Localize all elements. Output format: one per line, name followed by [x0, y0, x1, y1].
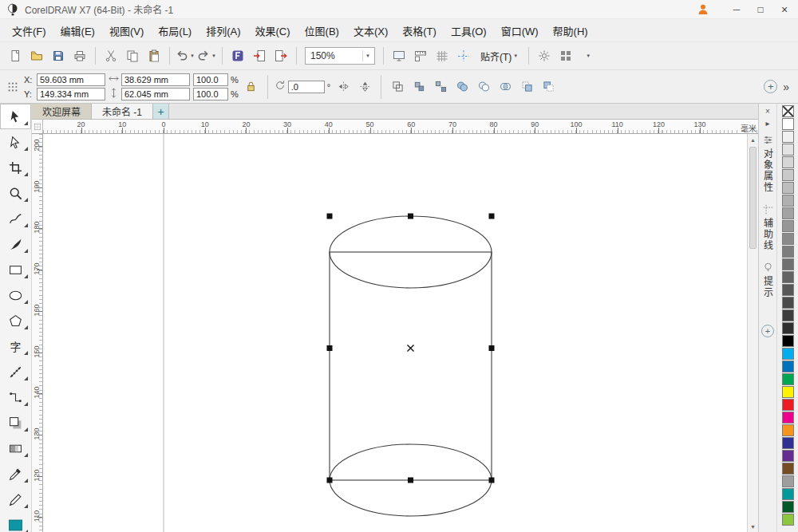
menu-table[interactable]: 表格(T): [395, 20, 444, 41]
undo-button[interactable]: ▼: [175, 45, 196, 66]
menu-layout[interactable]: 布局(L): [151, 20, 199, 41]
menu-view[interactable]: 视图(V): [102, 20, 151, 41]
scale-x-input[interactable]: [193, 73, 228, 86]
show-grid-button[interactable]: [432, 45, 452, 66]
export-button[interactable]: [271, 45, 291, 66]
scroll-down-button[interactable]: ▼: [748, 521, 758, 532]
palette-color-swatch[interactable]: [782, 475, 794, 487]
vertical-ruler[interactable]: 200190180170160150140130120110: [32, 134, 43, 532]
selection-handle[interactable]: [408, 214, 413, 219]
collapse-docker-button[interactable]: ▸: [760, 117, 775, 129]
chevron-down-icon[interactable]: ▼: [362, 50, 373, 61]
trim-button[interactable]: [474, 77, 493, 97]
tool-parallel-dimension[interactable]: [0, 359, 31, 384]
cylinder-object[interactable]: [330, 216, 492, 516]
chevron-down-icon[interactable]: ▼: [190, 53, 195, 58]
palette-color-swatch[interactable]: [782, 144, 794, 156]
intersect-button[interactable]: [496, 77, 515, 97]
minimize-button[interactable]: ─: [725, 1, 749, 18]
menu-arrange[interactable]: 排列(A): [199, 20, 247, 41]
selection-handle[interactable]: [327, 345, 333, 351]
palette-color-swatch[interactable]: [782, 437, 794, 449]
scrollbar-thumb[interactable]: [749, 147, 757, 249]
chevron-down-icon[interactable]: ▼: [211, 53, 216, 58]
selection-center-mark[interactable]: [408, 345, 414, 352]
palette-no-color-swatch[interactable]: [782, 105, 794, 117]
y-position-input[interactable]: [37, 88, 105, 100]
group-objects-button[interactable]: [409, 77, 429, 97]
user-account-button[interactable]: [693, 1, 713, 18]
show-rulers-button[interactable]: [410, 45, 431, 66]
selection-handle[interactable]: [327, 478, 333, 483]
maximize-button[interactable]: □: [749, 1, 772, 18]
palette-color-swatch[interactable]: [782, 450, 794, 462]
show-guidelines-button[interactable]: [453, 45, 474, 66]
toolbar-overflow-button[interactable]: ▼: [577, 45, 598, 66]
cylinder-body-rect[interactable]: [330, 252, 492, 480]
weld-button[interactable]: [452, 77, 472, 97]
import-button[interactable]: [249, 45, 270, 66]
selection-handle[interactable]: [489, 478, 495, 483]
fullscreen-preview-button[interactable]: [389, 45, 409, 66]
scale-y-input[interactable]: [193, 88, 228, 100]
quick-customize-button[interactable]: +: [764, 80, 777, 93]
palette-color-swatch[interactable]: [782, 463, 794, 475]
palette-color-swatch[interactable]: [782, 297, 794, 309]
tool-ellipse[interactable]: [0, 282, 31, 308]
docker-tab-guidelines[interactable]: 辅助线: [761, 199, 775, 257]
menu-file[interactable]: 文件(F): [5, 20, 53, 41]
quick-customize-docker-button[interactable]: +: [761, 325, 774, 337]
tool-rectangle[interactable]: [0, 257, 31, 282]
property-bar-overflow-button[interactable]: »: [780, 81, 792, 93]
palette-color-swatch[interactable]: [782, 195, 794, 207]
tool-shape[interactable]: [0, 129, 31, 155]
palette-color-swatch[interactable]: [782, 348, 794, 360]
palette-color-swatch[interactable]: [782, 412, 794, 424]
x-position-input[interactable]: [37, 73, 105, 86]
cut-button[interactable]: [101, 45, 121, 66]
menu-help[interactable]: 帮助(H): [546, 20, 595, 41]
scroll-up-button[interactable]: ▲: [748, 134, 758, 145]
horizontal-ruler[interactable]: 毫米 20100102030405060708090100110120130: [43, 120, 758, 133]
rotation-angle-input[interactable]: [288, 81, 325, 93]
back-minus-front-button[interactable]: [539, 77, 558, 97]
palette-color-swatch[interactable]: [782, 284, 794, 296]
mirror-horizontal-button[interactable]: [334, 77, 353, 97]
combine-button[interactable]: [388, 77, 407, 97]
palette-color-swatch[interactable]: [782, 118, 794, 130]
front-minus-back-button[interactable]: [517, 77, 536, 97]
menu-bitmaps[interactable]: 位图(B): [298, 20, 346, 41]
tool-polygon[interactable]: [0, 308, 31, 333]
lock-ratio-button[interactable]: [242, 77, 261, 97]
new-document-tab-button[interactable]: +: [153, 104, 169, 119]
menu-tools[interactable]: 工具(O): [444, 20, 494, 41]
nudge-offset-button[interactable]: [5, 79, 21, 95]
palette-color-swatch[interactable]: [782, 207, 794, 219]
palette-color-swatch[interactable]: [782, 220, 794, 232]
palette-color-swatch[interactable]: [782, 335, 794, 347]
print-button[interactable]: [69, 45, 90, 66]
tool-crop[interactable]: [0, 155, 31, 180]
palette-color-swatch[interactable]: [782, 246, 794, 258]
selection-handle[interactable]: [408, 478, 413, 483]
zoom-level-combobox[interactable]: 150%▼: [305, 47, 375, 65]
copy-button[interactable]: [122, 45, 143, 66]
selection-handle[interactable]: [489, 345, 495, 351]
palette-color-swatch[interactable]: [782, 488, 794, 500]
save-button[interactable]: [48, 45, 69, 66]
palette-color-swatch[interactable]: [782, 169, 794, 181]
tool-pick[interactable]: [0, 104, 31, 129]
tool-drop-shadow[interactable]: [0, 410, 31, 435]
ruler-origin-corner[interactable]: [32, 120, 43, 133]
palette-color-swatch[interactable]: [782, 309, 794, 321]
menu-text[interactable]: 文本(X): [346, 20, 395, 41]
tool-transparency[interactable]: [0, 435, 31, 461]
palette-color-swatch[interactable]: [782, 361, 794, 372]
paste-button[interactable]: [144, 45, 164, 66]
palette-color-swatch[interactable]: [782, 182, 794, 194]
options-button[interactable]: [534, 45, 555, 66]
document-tab-untitled-1[interactable]: 未命名 -1: [92, 104, 153, 119]
palette-color-swatch[interactable]: [782, 156, 794, 168]
close-docker-button[interactable]: ×: [760, 105, 775, 117]
selection-handle[interactable]: [489, 214, 495, 219]
